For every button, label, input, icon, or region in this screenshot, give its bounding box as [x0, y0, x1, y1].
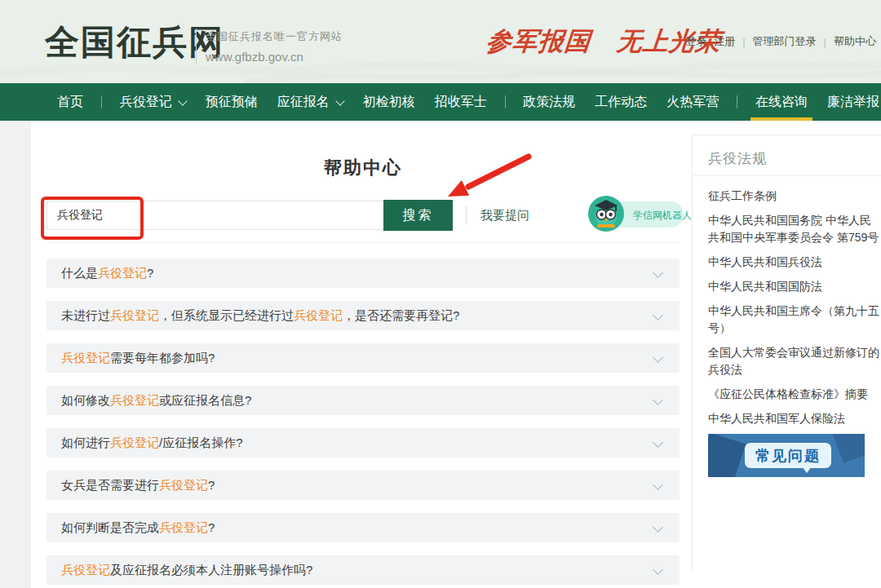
separator: [466, 206, 467, 224]
highlighted-keyword: 兵役登记: [110, 435, 159, 449]
sidebar-link[interactable]: 中华人民共和国国务院 中华人民共和国中央军事委员会令 第759号: [708, 212, 879, 246]
nav-item-integrity-report[interactable]: 廉洁举报: [826, 83, 881, 121]
nav-item-policies-regulations[interactable]: 政策法规: [521, 83, 577, 121]
faq-question-text: ?: [208, 478, 215, 492]
nav-item-pre-conscription-reserve[interactable]: 预征预储: [204, 83, 259, 121]
nav-item-label: 工作动态: [595, 94, 647, 111]
nav-item-label: 招收军士: [435, 94, 487, 111]
sidebar-links: 征兵工作条例中华人民共和国国务院 中华人民共和国中央军事委员会令 第759号中华…: [708, 188, 879, 435]
faq-item[interactable]: 女兵是否需要进行兵役登记?: [46, 471, 680, 500]
sidebar-link[interactable]: 中华人民共和国兵役法: [708, 254, 879, 271]
faq-question: 如何判断是否完成兵役登记?: [61, 520, 215, 536]
nav-item-home[interactable]: 首页: [55, 83, 85, 121]
nav-item-military-camp[interactable]: 火热军营: [665, 83, 720, 121]
faq-item[interactable]: 兵役登记需要每年都参加吗?: [46, 343, 680, 373]
admin-login-link[interactable]: 管理部门登录: [753, 34, 817, 49]
nav-item-label: 预征预储: [206, 94, 258, 111]
separator: [737, 95, 737, 108]
content-divider: [46, 242, 680, 243]
faq-banner[interactable]: 常见问题: [708, 434, 865, 477]
owl-robot-icon: [587, 195, 625, 232]
faq-question-text: 需要每年都参加吗?: [110, 351, 215, 365]
tagline-url: www.gfbzb.gov.cn: [206, 50, 343, 64]
faq-list: 什么是兵役登记?未进行过兵役登记，但系统显示已经进行过兵役登记，是否还需要再登记…: [46, 259, 680, 588]
nav-item-label: 廉洁举报: [827, 94, 879, 111]
register-link[interactable]: 注册: [714, 34, 735, 49]
sidebar-left-border: [692, 135, 693, 570]
search-input[interactable]: [46, 201, 384, 230]
nav-item-enlistment-application[interactable]: 应征报名: [276, 83, 345, 121]
robot-assistant-label: 学信网机器人: [633, 209, 692, 223]
nav-item-military-service-registration[interactable]: 兵役登记: [118, 83, 188, 121]
highlighted-keyword: 兵役登记: [110, 308, 159, 322]
faq-question-text: 如何判断是否完成: [61, 520, 159, 534]
faq-question: 什么是兵役登记?: [61, 266, 153, 281]
faq-banner-bubble: 常见问题: [745, 443, 831, 468]
login-link[interactable]: 登录: [685, 34, 706, 49]
sidebar-link[interactable]: 中华人民共和国军人保险法: [708, 410, 879, 427]
main-navigation: 首页兵役登记预征预储应征报名初检初核招收军士政策法规工作动态火热军营在线咨询廉洁…: [0, 83, 881, 121]
separator: [101, 95, 102, 108]
chevron-down-icon: [653, 480, 663, 490]
nav-item-initial-check[interactable]: 初检初核: [361, 83, 417, 121]
help-center-link[interactable]: 帮助中心: [834, 34, 876, 49]
sidebar-link[interactable]: 征兵工作条例: [708, 188, 879, 205]
sidebar-title: 兵役法规: [708, 149, 767, 168]
logo-divider: [196, 29, 197, 64]
faq-question: 如何进行兵役登记/应征报名操作?: [61, 435, 243, 451]
faq-question-text: ，但系统显示已经进行过: [159, 308, 294, 322]
nav-item-work-updates[interactable]: 工作动态: [593, 83, 649, 121]
faq-question-text: 如何修改: [61, 393, 110, 407]
nav-item-label: 应征报名: [277, 94, 330, 111]
separator: |: [824, 36, 826, 48]
faq-question-text: 女兵是否需要进行: [61, 478, 159, 492]
sidebar-link[interactable]: 《应征公民体格检查标准》摘要: [708, 386, 879, 403]
faq-banner-bubble-tail: [802, 466, 812, 473]
faq-question: 未进行过兵役登记，但系统显示已经进行过兵役登记，是否还需要再登记?: [61, 308, 459, 324]
sidebar-link[interactable]: 中华人民共和国国防法: [708, 278, 879, 295]
chevron-down-icon: [653, 352, 663, 363]
site-tagline: 全国征兵报名唯一官方网站 www.gfbzb.gov.cn: [206, 29, 343, 64]
sidebar-link[interactable]: 全国人大常委会审议通过新修订的兵役法: [708, 344, 879, 378]
faq-item[interactable]: 未进行过兵役登记，但系统显示已经进行过兵役登记，是否还需要再登记?: [46, 301, 680, 330]
nav-item-nco-recruitment[interactable]: 招收军士: [433, 83, 489, 121]
ask-question-link[interactable]: 我要提问: [480, 208, 529, 223]
faq-item[interactable]: 什么是兵役登记?: [46, 259, 680, 288]
page-left-gutter: [0, 121, 31, 588]
chevron-down-icon: [178, 96, 187, 105]
chevron-down-icon: [653, 395, 663, 405]
chevron-down-icon: [653, 564, 663, 575]
chevron-down-icon: [653, 522, 663, 533]
highlighted-keyword: 兵役登记: [61, 351, 110, 365]
chevron-down-icon: [653, 267, 663, 278]
nav-item-label: 政策法规: [523, 94, 575, 111]
faq-item[interactable]: 如何判断是否完成兵役登记?: [46, 513, 680, 542]
faq-question-text: 未进行过: [61, 308, 110, 322]
search-button[interactable]: 搜索: [383, 200, 453, 231]
faq-question-text: ，是否还需要再登记?: [343, 308, 459, 322]
nav-item-label: 兵役登记: [120, 94, 172, 111]
separator: [505, 95, 506, 108]
faq-question-text: /应征报名操作?: [159, 435, 243, 449]
nav-item-online-consultation[interactable]: 在线咨询: [754, 83, 809, 121]
sidebar-divider: [693, 175, 881, 176]
top-links: 登录注册|管理部门登录|帮助中心: [685, 34, 876, 49]
site-logo[interactable]: 全国征兵网: [45, 20, 224, 65]
site-header: 全国征兵网 全国征兵报名唯一官方网站 www.gfbzb.gov.cn 参军报国…: [0, 0, 881, 83]
tagline-line1: 全国征兵报名唯一官方网站: [206, 29, 343, 44]
nav-item-label: 首页: [57, 94, 83, 111]
faq-question-text: 或应征报名信息?: [159, 393, 251, 407]
faq-item[interactable]: 如何进行兵役登记/应征报名操作?: [46, 428, 680, 458]
highlighted-keyword: 兵役登记: [159, 520, 208, 534]
nav-item-label: 在线咨询: [755, 94, 808, 111]
page-title: 帮助中心: [46, 156, 680, 180]
faq-item[interactable]: 如何修改兵役登记或应征报名信息?: [46, 386, 680, 415]
faq-question-text: ?: [147, 266, 153, 280]
faq-question-text: ?: [208, 520, 215, 534]
sidebar-link[interactable]: 中华人民共和国主席令（第九十五号）: [708, 303, 879, 337]
faq-question-text: 及应征报名必须本人注册账号操作吗?: [110, 563, 312, 577]
highlighted-keyword: 兵役登记: [61, 563, 110, 577]
faq-question: 如何修改兵役登记或应征报名信息?: [61, 393, 251, 409]
sidebar-top-border: [692, 135, 881, 135]
faq-item[interactable]: 兵役登记及应征报名必须本人注册账号操作吗?: [46, 555, 680, 585]
